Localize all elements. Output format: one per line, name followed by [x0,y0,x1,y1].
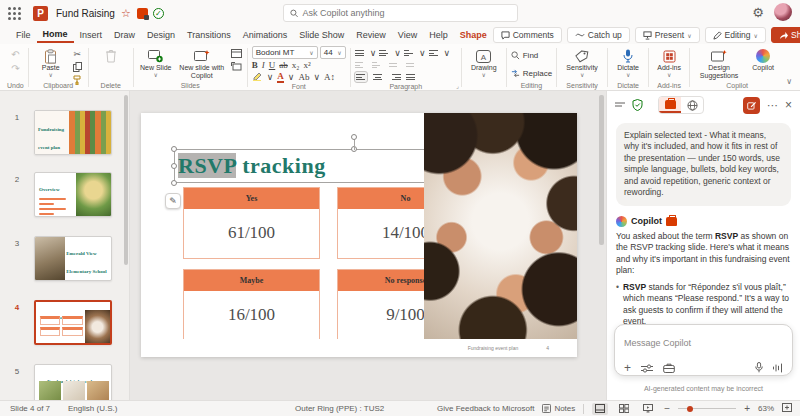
design-suggestions-button[interactable]: Design Suggestions [694,46,744,80]
find-button[interactable]: Find [511,47,552,63]
tab-design[interactable]: Design [141,28,181,42]
ink-pen-icon[interactable]: ✎ [165,193,181,209]
slide-thumbnail-2[interactable]: Overview [34,172,112,217]
addins-button[interactable]: Add-ins∨ [653,46,685,79]
bold-button[interactable]: B [252,61,258,70]
tab-transitions[interactable]: Transitions [181,28,237,42]
fit-to-window-icon[interactable] [782,403,792,414]
selection-handle[interactable] [171,163,177,169]
catch-up-button[interactable]: Catch up [567,27,630,43]
strikethrough-button[interactable]: ab [279,61,288,70]
slide-canvas[interactable]: RSVP tracking ✎ Yes 61/100 No 14/100 May… [141,113,577,357]
tab-shape[interactable]: Shape [454,28,493,42]
slide-thumbnail-1[interactable]: Fundraising event plan [34,110,112,155]
new-chat-button[interactable] [743,97,760,114]
notes-toggle[interactable]: Notes [542,404,575,413]
settings-gear-icon[interactable]: ⚙ [752,5,764,20]
align-left-icon[interactable] [355,72,367,82]
change-case-button[interactable]: Ab [298,73,309,82]
highlight-color-button[interactable] [252,71,263,83]
slide-count-indicator[interactable]: Slide 4 of 7 [10,404,50,413]
cut-icon[interactable]: ✂ [71,48,84,59]
copilot-search-box[interactable] [283,4,518,22]
dictate-button[interactable]: Dictate∨ [612,46,644,79]
collapse-ribbon-icon[interactable]: ∨ [786,77,792,86]
italic-button[interactable]: I [262,61,265,70]
increase-indent-icon[interactable] [372,60,384,70]
tab-file[interactable]: File [10,28,37,42]
justify-icon[interactable] [406,72,418,82]
web-mode-tab[interactable] [681,97,703,113]
slide-thumbnail-3[interactable]: Emerald View Elementary School [34,236,112,281]
zoom-in-button[interactable]: + [744,403,750,414]
slide-title[interactable]: RSVP tracking [178,153,326,179]
voice-mode-icon[interactable] [772,359,783,377]
children-photo[interactable] [424,113,577,339]
text-direction-icon[interactable] [429,48,441,58]
search-input[interactable] [302,8,511,18]
message-copilot-input[interactable] [624,338,783,348]
drawing-button[interactable]: A Drawing∨ [466,46,502,79]
more-options-icon[interactable]: ⋯ [767,100,778,111]
language-indicator[interactable]: English (U.S.) [68,404,117,413]
tab-slide-show[interactable]: Slide Show [293,28,350,42]
app-launcher-icon[interactable] [8,7,21,20]
normal-view-button[interactable] [592,403,608,415]
present-dropdown-icon[interactable]: ∨ [687,32,691,39]
comments-button[interactable]: Comments [493,27,562,43]
paste-button[interactable]: Paste∨ [33,46,69,79]
numbering-icon[interactable] [379,48,391,58]
rotate-handle[interactable] [351,134,357,140]
work-mode-tab[interactable] [659,97,681,113]
share-button[interactable]: Share∨ [771,27,800,43]
selection-handle[interactable] [171,146,177,152]
tab-view[interactable]: View [392,28,423,42]
paragraph-dialog-launcher-icon[interactable]: ⌟ [456,82,459,89]
line-spacing-icon[interactable] [404,48,416,58]
sensitivity-button[interactable]: Sensitivity∨ [561,46,603,79]
new-slide-button[interactable]: New Slide∨ [138,46,174,79]
tab-review[interactable]: Review [350,28,392,42]
zoom-slider-handle[interactable] [687,406,693,412]
left-to-right-icon[interactable] [389,60,401,70]
slide-thumbnail-5[interactable]: Food and drink vendors [34,364,112,400]
slide-layout-icon[interactable] [230,48,243,59]
document-title[interactable]: Fund Raising [56,8,115,19]
editor-scrollbar[interactable] [599,95,604,245]
close-panel-icon[interactable]: × [785,99,792,111]
work-briefcase-icon[interactable] [663,359,675,377]
table-cell-maybe[interactable]: Maybe 16/100 [183,269,320,341]
hamburger-menu-icon[interactable] [615,101,625,109]
options-sliders-icon[interactable] [641,359,653,377]
thumbnail-scrollbar[interactable] [124,95,128,265]
zoom-slider[interactable] [678,408,736,409]
font-name-combo[interactable]: Bodoni MT∨ [252,46,318,59]
mic-icon[interactable] [755,359,763,377]
align-right-icon[interactable] [389,72,401,82]
bullets-icon[interactable] [355,48,367,58]
underline-button[interactable]: U [269,61,276,70]
copilot-message-box[interactable]: + [614,324,793,376]
selection-handle[interactable] [171,180,177,186]
feedback-link[interactable]: Give Feedback to Microsoft [437,404,534,413]
slideshow-view-button[interactable] [640,403,656,415]
font-size-combo[interactable]: 44∨ [320,46,346,59]
right-to-left-icon[interactable] [406,60,418,70]
tab-insert[interactable]: Insert [74,28,109,42]
undo-button[interactable]: ↶ [11,50,19,60]
new-slide-with-copilot-button[interactable]: New slide with Copilot [176,46,228,80]
subscript-button[interactable]: x₂ [292,61,300,70]
delete-button[interactable] [93,46,129,64]
reset-slide-icon[interactable] [230,61,243,72]
zoom-out-button[interactable]: − [664,403,670,414]
copilot-button[interactable]: Copilot [746,46,780,72]
tab-home[interactable]: Home [37,27,74,43]
tab-draw[interactable]: Draw [108,28,141,42]
slide-thumbnail-4-selected[interactable]: RSVP tracking [34,300,112,345]
present-button[interactable]: Present∨ [635,27,700,43]
editing-mode-button[interactable]: Editing∨ [705,27,766,43]
copy-icon[interactable] [71,61,84,72]
decrease-indent-icon[interactable] [355,60,367,70]
character-spacing-button[interactable]: A↕ [324,73,335,82]
slide-sorter-view-button[interactable] [616,403,632,415]
